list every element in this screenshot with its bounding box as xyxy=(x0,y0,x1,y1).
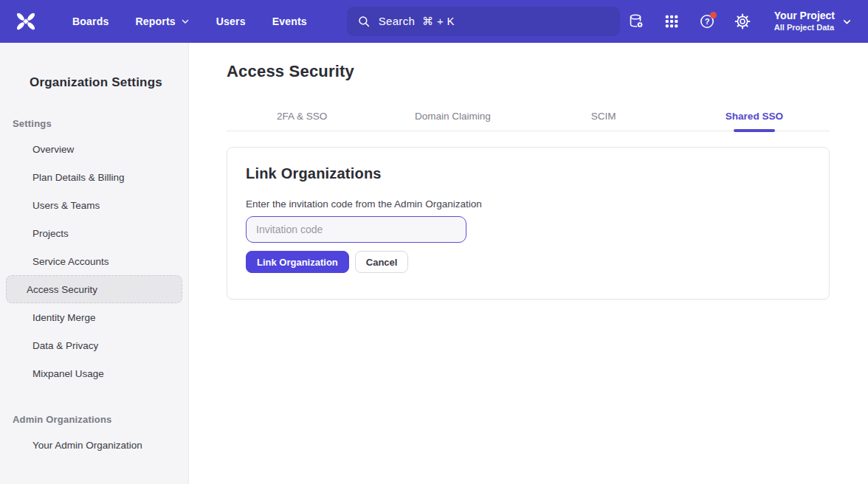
link-organization-button[interactable]: Link Organization xyxy=(246,251,349,273)
search-icon xyxy=(357,15,371,28)
chevron-down-icon xyxy=(181,17,190,26)
sidebar-item-mixpanel-usage[interactable]: Mixpanel Usage xyxy=(6,359,182,387)
mixpanel-logo[interactable] xyxy=(13,9,38,34)
primary-nav: Boards Reports Users Events xyxy=(62,10,317,33)
sidebar-item-plan-details-billing[interactable]: Plan Details & Billing xyxy=(6,163,182,191)
link-organizations-card: Link Organizations Enter the invitation … xyxy=(227,147,830,300)
tab-scim[interactable]: SCIM xyxy=(528,108,679,131)
sidebar-item-service-accounts[interactable]: Service Accounts xyxy=(6,247,182,275)
search-input[interactable]: Search ⌘ + K xyxy=(347,7,620,36)
tab-bar: 2FA & SSO Domain Claiming SCIM Shared SS… xyxy=(227,108,830,131)
sidebar-item-identity-merge[interactable]: Identity Merge xyxy=(6,303,182,331)
sidebar-item-your-admin-organization[interactable]: Your Admin Organization xyxy=(6,431,182,459)
search-placeholder: Search ⌘ + K xyxy=(379,15,455,28)
project-texts: Your Project All Project Data xyxy=(774,10,835,32)
top-navbar: Boards Reports Users Events Search ⌘ + K xyxy=(0,0,868,43)
help-button[interactable]: ? xyxy=(693,7,721,35)
nav-item-events[interactable]: Events xyxy=(262,10,317,33)
card-button-row: Link Organization Cancel xyxy=(246,251,810,273)
apps-grid-button[interactable] xyxy=(658,7,686,35)
sidebar-item-data-privacy[interactable]: Data & Privacy xyxy=(6,331,182,359)
org-settings-sidebar: Organization Settings Settings Overview … xyxy=(0,43,189,484)
nav-item-label: Reports xyxy=(135,15,175,27)
database-gear-icon xyxy=(627,13,645,30)
tab-2fa-sso[interactable]: 2FA & SSO xyxy=(227,108,377,131)
page-title: Access Security xyxy=(227,62,830,81)
invitation-code-input[interactable] xyxy=(246,216,466,243)
settings-button[interactable] xyxy=(728,7,757,35)
svg-text:?: ? xyxy=(704,17,709,26)
apps-grid-icon xyxy=(664,13,680,30)
tab-domain-claiming[interactable]: Domain Claiming xyxy=(377,108,528,131)
data-management-button[interactable] xyxy=(622,7,650,35)
tab-shared-sso[interactable]: Shared SSO xyxy=(679,108,830,131)
project-switcher[interactable]: Your Project All Project Data xyxy=(770,7,856,35)
sidebar-title: Organization Settings xyxy=(30,75,188,90)
nav-item-users[interactable]: Users xyxy=(206,10,256,33)
main-content: Access Security 2FA & SSO Domain Claimin… xyxy=(189,43,868,484)
nav-item-reports[interactable]: Reports xyxy=(125,10,199,33)
nav-item-boards[interactable]: Boards xyxy=(62,10,119,33)
nav-item-label: Users xyxy=(216,15,246,27)
sidebar-item-access-security[interactable]: Access Security xyxy=(6,275,182,303)
sidebar-section-settings: Settings xyxy=(13,118,188,129)
sidebar-item-projects[interactable]: Projects xyxy=(6,219,182,247)
nav-item-label: Events xyxy=(272,15,307,27)
chevron-down-icon xyxy=(842,17,852,27)
sidebar-item-users-teams[interactable]: Users & Teams xyxy=(6,191,182,219)
sidebar-section-admin-organizations: Admin Organizations xyxy=(13,414,188,425)
sidebar-item-overview[interactable]: Overview xyxy=(6,135,182,163)
project-name: Your Project xyxy=(774,10,835,23)
mixpanel-logo-icon xyxy=(14,10,38,33)
nav-item-label: Boards xyxy=(72,15,108,27)
cancel-button[interactable]: Cancel xyxy=(355,251,409,273)
gear-icon xyxy=(734,13,751,30)
card-title: Link Organizations xyxy=(246,165,810,182)
navbar-right-cluster: ? Your Project All Project Data xyxy=(622,7,856,35)
notification-dot xyxy=(710,12,717,18)
project-subtitle: All Project Data xyxy=(774,23,835,33)
invitation-code-label: Enter the invitation code from the Admin… xyxy=(246,198,810,210)
